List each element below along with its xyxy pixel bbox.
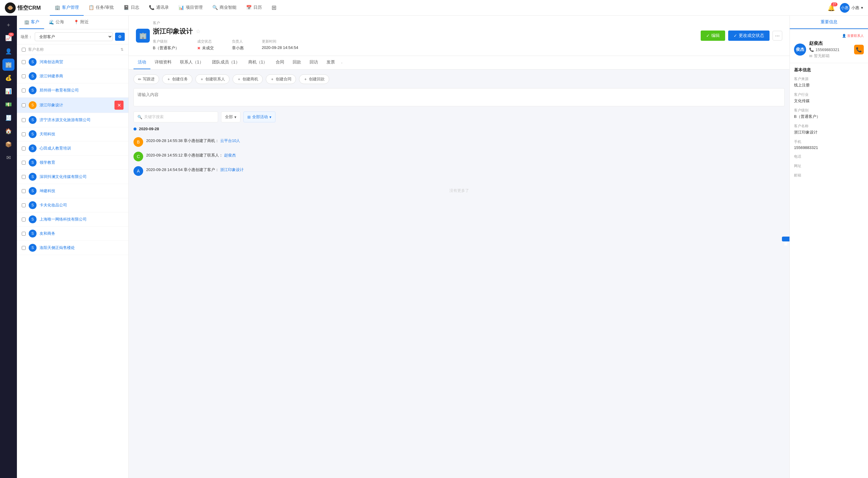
sidebar-reports-btn[interactable]: 📊: [2, 85, 14, 97]
tab-contacts-label: 联系人（1）: [180, 60, 204, 64]
email-icon: ✉: [809, 54, 812, 58]
sidebar-cube-btn[interactable]: 📦: [2, 139, 14, 150]
nav-right: 🔔 27 小惠 小惠 ▾: [828, 3, 863, 13]
log-link-3[interactable]: 浙江印象设计: [220, 168, 244, 172]
nav-item-task[interactable]: 📋 任务/审批: [84, 0, 119, 16]
list-item[interactable]: S 河南创达商贸: [17, 55, 128, 69]
list-item[interactable]: S 济宁济水源文化旅游有限公司: [17, 113, 128, 127]
activity-type-filter[interactable]: 全部 ▾: [221, 112, 240, 122]
scene-filter-select[interactable]: 全部客户 我的客户 今日跟进: [35, 32, 113, 41]
nav-item-bi[interactable]: 🔍 商业智能: [208, 0, 241, 16]
sidebar-analytics-btn[interactable]: 📈 25: [2, 32, 14, 44]
filter-button[interactable]: ⚙: [115, 33, 125, 41]
nav-item-apps[interactable]: ⊞: [267, 0, 281, 16]
item-checkbox-9[interactable]: [22, 175, 26, 179]
select-all-checkbox[interactable]: [22, 48, 26, 52]
sidebar-invoice-btn[interactable]: 🧾: [2, 112, 14, 124]
sidebar-add-btn[interactable]: ＋: [2, 19, 14, 31]
item-checkbox-4[interactable]: [22, 103, 26, 107]
create-task-btn[interactable]: ＋ 创建任务: [162, 74, 192, 84]
list-item[interactable]: S 心田成人教育培训: [17, 141, 128, 156]
nav-item-customer[interactable]: 🏢 客户管理: [50, 0, 84, 16]
project-nav-icon: 📊: [179, 5, 184, 10]
right-tab-important[interactable]: 重要信息: [790, 16, 868, 29]
sidebar-home-btn[interactable]: 🏠: [2, 125, 14, 137]
item-checkbox-8[interactable]: [22, 161, 26, 165]
convert-button[interactable]: ✓ 更改成交状态: [728, 31, 770, 41]
tab-activity[interactable]: 活动: [133, 56, 150, 69]
create-payment-btn[interactable]: ＋ 创建回款: [299, 74, 329, 84]
list-item[interactable]: S 天明科技: [17, 127, 128, 141]
tab-invoice[interactable]: 发票: [322, 56, 339, 69]
create-contact-btn[interactable]: ＋ 创建联系人: [195, 74, 229, 84]
sidebar-icons: ＋ 📈 25 👤 🏢 💰 📊 💵 🧾 🏠 📦 ✉: [0, 16, 17, 478]
list-item[interactable]: S 卡夫化妆品公司: [17, 198, 128, 212]
item-checkbox-1[interactable]: [22, 60, 26, 64]
sort-icon[interactable]: ⇅: [121, 48, 124, 52]
all-activities-btn[interactable]: ⊞ 全部活动 ▾: [243, 112, 275, 122]
star-icon[interactable]: ☆: [196, 28, 200, 35]
tab-nearby[interactable]: 📍 附近: [69, 16, 94, 29]
tab-revisit[interactable]: 回访: [305, 56, 322, 69]
write-followup-btn[interactable]: ✏ 写跟进: [133, 74, 159, 84]
list-item[interactable]: S 浙江印象设计 ✕: [17, 98, 128, 113]
user-menu[interactable]: 小惠 小惠 ▾: [840, 3, 863, 13]
list-item[interactable]: S 浙江钟建券商: [17, 69, 128, 83]
create-contract-btn[interactable]: ＋ 创建合同: [266, 74, 296, 84]
tab-customers[interactable]: 🏢 客户: [19, 16, 44, 29]
sidebar-send-btn[interactable]: ✉: [2, 152, 14, 164]
log-link-1[interactable]: 云平台10人: [220, 139, 240, 143]
item-checkbox-6[interactable]: [22, 132, 26, 136]
activity-text-input[interactable]: [133, 88, 785, 107]
nav-item-diary[interactable]: 📓 日志: [119, 0, 144, 16]
sidebar-user-btn[interactable]: 👤: [2, 45, 14, 57]
nav-item-project[interactable]: 📊 项目管理: [174, 0, 208, 16]
tab-contacts[interactable]: 联系人（1）: [176, 56, 208, 69]
item-checkbox-12[interactable]: [22, 217, 26, 221]
side-important-tab[interactable]: 重要信息: [782, 237, 789, 241]
create-deal-btn[interactable]: ＋ 创建商机: [232, 74, 263, 84]
item-checkbox-7[interactable]: [22, 147, 26, 150]
item-checkbox-3[interactable]: [22, 89, 26, 92]
log-icon-1: B: [133, 137, 143, 147]
detail-meta: 客户级别 B（普通客户） 成交状态 ✖ 未成交 负责人 章小惠: [153, 39, 701, 51]
tab-contract[interactable]: 合同: [272, 56, 288, 69]
list-item[interactable]: S 坤建科技: [17, 184, 128, 198]
tab-ocean[interactable]: 🌊 公海: [44, 16, 69, 29]
customer-icon-8: S: [29, 159, 36, 167]
log-link-2[interactable]: 赵俊杰: [224, 153, 236, 157]
nav-item-contacts[interactable]: 📞 通讯录: [144, 0, 174, 16]
tab-invoice-label: 发票: [327, 60, 335, 64]
list-item[interactable]: S 郑州得一教育有限公司: [17, 83, 128, 98]
sidebar-deals-btn[interactable]: 💰: [2, 72, 14, 84]
tab-payment[interactable]: 回款: [288, 56, 305, 69]
tab-deals[interactable]: 商机（1）: [244, 56, 272, 69]
close-button[interactable]: ✕: [115, 100, 124, 110]
customer-name-12: 上海唯一网络科技有限公司: [39, 217, 124, 222]
list-item[interactable]: S 领学教育: [17, 156, 128, 170]
list-item[interactable]: S 深圳抖澜文化传媒有限公司: [17, 170, 128, 184]
keyword-search-input[interactable]: 🔍 关键字搜索: [133, 112, 218, 122]
item-checkbox-10[interactable]: [22, 189, 26, 193]
sidebar-wallet-btn[interactable]: 💵: [2, 98, 14, 111]
item-checkbox-11[interactable]: [22, 203, 26, 207]
item-checkbox-13[interactable]: [22, 232, 26, 236]
tab-team[interactable]: 团队成员（1）: [208, 56, 244, 69]
item-checkbox-5[interactable]: [22, 118, 26, 122]
call-button[interactable]: 📞: [854, 45, 864, 54]
tab-right-arrow[interactable]: ›: [339, 60, 344, 65]
edit-button[interactable]: ✓ 编辑: [701, 31, 725, 41]
list-item[interactable]: S 上海唯一网络科技有限公司: [17, 212, 128, 227]
notification-bell[interactable]: 🔔 27: [828, 4, 835, 11]
source-label: 客户来源: [794, 77, 864, 82]
tab-detail[interactable]: 详细资料: [150, 56, 176, 69]
list-item[interactable]: S 友和商务: [17, 227, 128, 241]
list-item[interactable]: S 洛阳天侧正灿售楼处: [17, 241, 128, 255]
more-button[interactable]: ···: [773, 31, 782, 40]
item-checkbox-2[interactable]: [22, 74, 26, 78]
sidebar-customers-btn[interactable]: 🏢: [2, 59, 14, 71]
nav-label-diary: 日志: [131, 5, 139, 10]
info-industry: 客户行业 文化传媒: [794, 92, 864, 103]
item-checkbox-14[interactable]: [22, 246, 26, 250]
nav-item-calendar[interactable]: 📅 日历: [241, 0, 267, 16]
